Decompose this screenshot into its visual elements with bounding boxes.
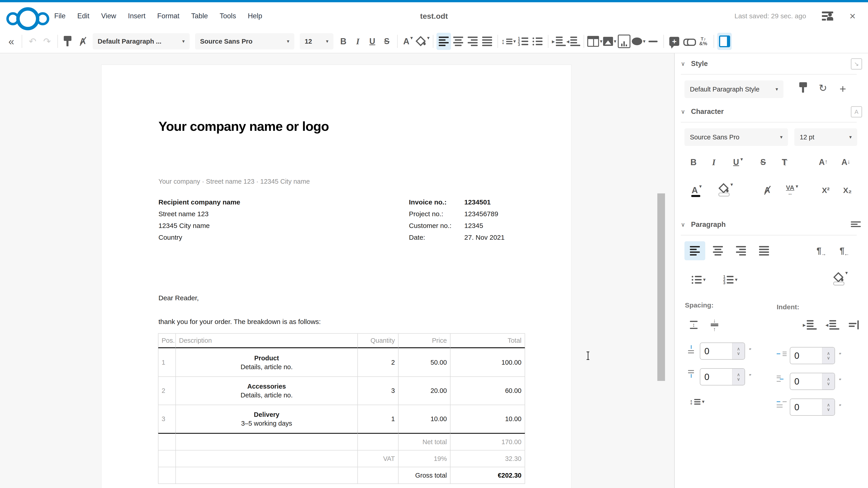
menu-view[interactable]: View — [101, 12, 116, 20]
paragraph-section-header[interactable]: ∨ Paragraph — [681, 221, 725, 229]
align-right-button[interactable] — [465, 33, 480, 50]
sidebar-font-size-select[interactable]: 12 pt ▾ — [794, 128, 857, 146]
justify-button[interactable] — [480, 33, 494, 50]
document-page[interactable]: Your company name or logo Your company ·… — [101, 65, 571, 488]
menu-tools[interactable]: Tools — [220, 12, 236, 20]
increase-indent-button[interactable]: ▸ — [552, 33, 566, 50]
first-line-indent-input[interactable]: 0 ∧∨ — [790, 398, 835, 416]
insert-comment-button[interactable]: + — [667, 33, 682, 50]
special-character-button[interactable]: T♪ &% — [696, 33, 710, 50]
justify-button[interactable] — [754, 241, 774, 260]
background-bucket-icon — [833, 272, 844, 283]
align-center-button[interactable] — [708, 241, 728, 260]
insert-link-button[interactable] — [682, 33, 696, 50]
inch-unit: ″ — [839, 352, 841, 359]
indent-before-input[interactable]: 0 ∧∨ — [790, 347, 835, 364]
spinner-buttons[interactable]: ∧∨ — [732, 343, 745, 359]
strikethrough-button[interactable]: S — [754, 153, 772, 172]
strikethrough-button[interactable]: S — [379, 33, 394, 50]
underline-button[interactable]: U ▾ — [726, 153, 750, 172]
style-section-header[interactable]: ∨ Style — [681, 60, 708, 68]
close-icon[interactable]: × — [849, 11, 856, 21]
italic-button[interactable]: I — [350, 33, 365, 50]
align-left-button[interactable] — [684, 241, 705, 260]
line-spacing-button[interactable]: ↕ ▾ — [501, 33, 516, 50]
insert-horizontal-line-button[interactable] — [646, 33, 660, 50]
increase-paragraph-spacing-button[interactable]: ↕ — [684, 315, 703, 334]
highlight-color-button[interactable]: ▾ — [415, 33, 430, 50]
sidebar-font-name-select[interactable]: Source Sans Pro ▾ — [684, 128, 788, 146]
menu-format[interactable]: Format — [157, 12, 180, 20]
left-to-right-button[interactable]: ¶ → — [811, 241, 832, 260]
detach-panel-icon[interactable]: ↘ — [851, 58, 862, 70]
align-right-button[interactable] — [731, 241, 751, 260]
bullet-list-button[interactable]: ▾ — [684, 270, 713, 289]
font-size-select[interactable]: 12 ▾ — [300, 33, 333, 50]
spinner-buttons[interactable]: ∧∨ — [732, 369, 745, 385]
clear-formatting-button[interactable]: A — [758, 181, 777, 200]
insert-shape-button[interactable]: ▾ — [631, 33, 646, 50]
company-heading: Your company name or logo — [158, 119, 329, 134]
character-spacing-button[interactable]: VA↔ ▾ — [779, 181, 805, 200]
menu-edit[interactable]: Edit — [77, 12, 89, 20]
new-style-button[interactable]: + — [839, 82, 846, 95]
clear-formatting-button[interactable]: A — [75, 33, 90, 50]
document-canvas[interactable]: Your company name or logo Your company ·… — [0, 53, 674, 488]
character-dialog-icon[interactable]: A — [851, 106, 862, 118]
bullet-list-button[interactable] — [530, 33, 545, 50]
menu-file[interactable]: File — [54, 12, 66, 20]
font-name-select[interactable]: Source Sans Pro ▾ — [195, 33, 294, 50]
ordered-list-button[interactable]: 1 2 3 — [516, 33, 530, 50]
font-color-button[interactable]: A ▾ — [684, 181, 709, 200]
font-color-button[interactable]: A ▾ — [401, 33, 415, 50]
spinner-buttons[interactable]: ∧∨ — [822, 373, 835, 390]
undo-button[interactable]: ↶ — [25, 33, 40, 50]
update-style-button[interactable]: ↻ — [819, 82, 827, 94]
spinner-buttons[interactable]: ∧∨ — [822, 399, 835, 415]
spinner-buttons[interactable]: ∧∨ — [822, 348, 835, 364]
menu-table[interactable]: Table — [191, 12, 208, 20]
bold-button[interactable]: B — [336, 33, 350, 50]
clone-formatting-button[interactable] — [61, 33, 75, 50]
paragraph-style-sidebar-select[interactable]: Default Paragraph Style ▾ — [684, 80, 783, 98]
decrease-paragraph-spacing-button[interactable]: ↓↑ — [705, 315, 724, 334]
clone-formatting-button[interactable] — [799, 82, 808, 93]
hanging-indent-button[interactable] — [844, 315, 864, 334]
character-section-header[interactable]: ∨ Character — [681, 107, 724, 116]
shrink-font-button[interactable]: A↓ — [835, 153, 856, 172]
following-users-icon[interactable] — [822, 11, 834, 21]
right-to-left-button[interactable]: ¶ ← — [834, 241, 855, 260]
insert-chart-button[interactable] — [617, 33, 631, 50]
ordered-list-button[interactable]: 1 2 3 ▾ — [716, 270, 745, 289]
redo-button[interactable]: ↷ — [40, 33, 54, 50]
decrease-indent-button[interactable]: ◂ — [821, 315, 844, 334]
space-above-input[interactable]: 0 ∧∨ — [700, 343, 745, 360]
align-center-button[interactable] — [451, 33, 465, 50]
indent-after-input[interactable]: 0 ∧∨ — [790, 373, 835, 390]
subscript-button[interactable]: X₂ — [838, 181, 857, 200]
sidebar-toggle-button[interactable] — [717, 33, 732, 50]
underline-button[interactable]: U — [365, 33, 379, 50]
italic-button[interactable]: I — [705, 153, 723, 172]
insert-table-button[interactable]: ▾ — [587, 33, 602, 50]
grow-font-button[interactable]: A↑ — [813, 153, 834, 172]
comment-plus-icon: + — [669, 37, 679, 46]
collapse-toolbar-button[interactable]: « — [4, 33, 19, 50]
increase-indent-button[interactable]: ▸ — [798, 315, 821, 334]
space-below-input[interactable]: 0 ∧∨ — [700, 368, 745, 385]
superscript-button[interactable]: X² — [816, 181, 835, 200]
align-left-button[interactable] — [436, 33, 451, 50]
shadow-button[interactable]: T — [775, 153, 794, 172]
paragraph-background-button[interactable]: ▾ — [825, 268, 856, 287]
row-total: 60.00 — [450, 377, 525, 404]
vertical-scrollbar-thumb[interactable] — [657, 193, 665, 381]
insert-image-button[interactable]: ▾ — [602, 33, 617, 50]
menu-insert[interactable]: Insert — [128, 12, 146, 20]
highlight-color-button[interactable]: ▾ — [712, 179, 739, 198]
paragraph-dialog-icon[interactable] — [851, 221, 861, 227]
line-spacing-button[interactable]: ↕ ▾ — [684, 392, 709, 411]
menu-help[interactable]: Help — [248, 12, 262, 20]
decrease-indent-button[interactable]: ◂ — [566, 33, 581, 50]
paragraph-style-select[interactable]: Default Paragraph ... ▾ — [93, 33, 190, 50]
bold-button[interactable]: B — [684, 153, 703, 172]
